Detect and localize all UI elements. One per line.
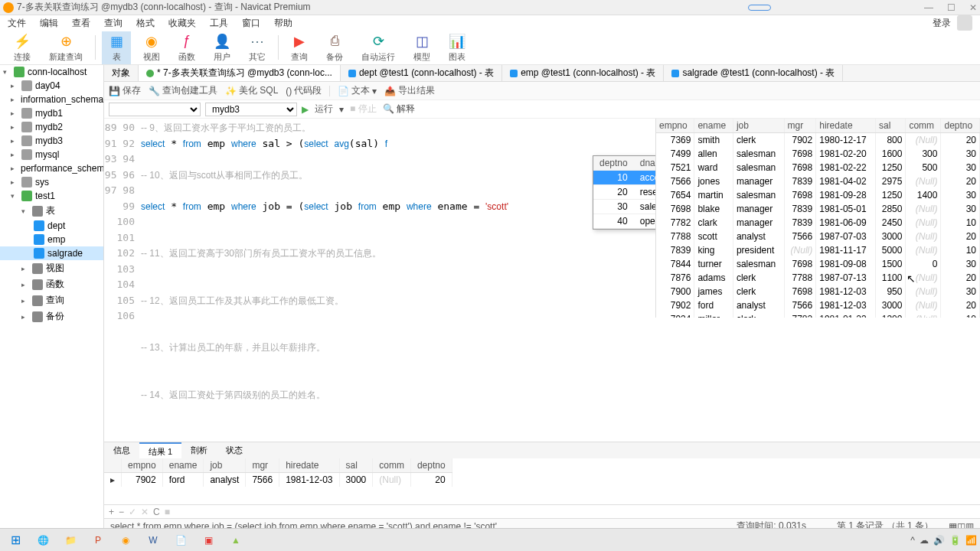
results-grid[interactable]: empnoenamejobmgrhiredatesalcommdeptno▸79… bbox=[104, 458, 980, 504]
model-button[interactable]: ◫模型 bbox=[407, 31, 436, 64]
tray-net-icon[interactable]: 📶 bbox=[965, 535, 977, 546]
tree-db-mydb3[interactable]: ▸mydb3 bbox=[0, 134, 103, 148]
tab-objects[interactable]: 对象 bbox=[104, 65, 139, 81]
chart-button[interactable]: 📊图表 bbox=[443, 31, 472, 64]
emp-row[interactable]: 7844turnersalesman76981981-09-081500030 bbox=[656, 257, 980, 271]
fn-button[interactable]: ƒ函数 bbox=[172, 31, 201, 64]
rtab-result[interactable]: 结果 1 bbox=[139, 442, 181, 458]
result-row[interactable]: ▸7902fordanalyst75661981-12-033000(Null)… bbox=[104, 473, 452, 487]
navicat-icon[interactable]: ◉ bbox=[113, 530, 138, 550]
export-button[interactable]: 📤 导出结果 bbox=[384, 84, 435, 97]
tray-up-icon[interactable]: ^ bbox=[910, 535, 915, 546]
emp-row[interactable]: 7782clarkmanager78391981-06-092450(Null)… bbox=[656, 216, 980, 230]
tree-table-emp[interactable]: emp bbox=[0, 233, 103, 246]
tree-folder[interactable]: ▸函数 bbox=[0, 276, 103, 292]
db-select[interactable]: mydb3 bbox=[205, 103, 297, 116]
system-tray[interactable]: ^ ☁ 🔊 🔋 📶 bbox=[910, 535, 977, 546]
tree-folder[interactable]: ▸视图 bbox=[0, 260, 103, 276]
minimize-icon[interactable]: — bbox=[924, 2, 933, 13]
tray-battery-icon[interactable]: 🔋 bbox=[949, 535, 961, 546]
emp-row[interactable]: 7876adamsclerk77881987-07-131100(Null)20 bbox=[656, 271, 980, 285]
tab-emp[interactable]: emp @test1 (conn-localhost) - 表 bbox=[502, 65, 664, 81]
add-row-icon[interactable]: + bbox=[109, 507, 114, 517]
stop-icon[interactable]: ■ bbox=[165, 507, 170, 517]
tab-salgrade[interactable]: salgrade @test1 (conn-localhost) - 表 bbox=[664, 65, 843, 81]
newquery-button[interactable]: ⊕新建查询 bbox=[43, 31, 89, 64]
rtab-analyze[interactable]: 剖析 bbox=[181, 442, 217, 458]
emp-row[interactable]: 7499allensalesman76981981-02-20160030030 bbox=[656, 147, 980, 161]
menu-help[interactable]: 帮助 bbox=[274, 17, 292, 30]
view-button[interactable]: ◉视图 bbox=[137, 31, 166, 64]
text-button[interactable]: 📄 文本 ▾ bbox=[338, 84, 377, 97]
user-button[interactable]: 👤用户 bbox=[207, 31, 237, 64]
menu-file[interactable]: 文件 bbox=[8, 17, 26, 30]
login-link[interactable]: 登录 bbox=[933, 17, 951, 30]
tree-db-performance_schema[interactable]: ▸performance_schema bbox=[0, 161, 103, 175]
menu-format[interactable]: 格式 bbox=[136, 17, 155, 30]
tree-db-mydb1[interactable]: ▸mydb1 bbox=[0, 106, 103, 120]
avatar-icon[interactable] bbox=[957, 15, 972, 31]
save-button[interactable]: 💾 保存 bbox=[109, 84, 141, 97]
emp-row[interactable]: 7900jamesclerk76981981-12-03950(Null)30 bbox=[656, 285, 980, 298]
word-icon[interactable]: W bbox=[141, 530, 165, 550]
explain-button[interactable]: 🔍 解释 bbox=[383, 103, 415, 116]
sql-editor[interactable]: 89 90 91 92 93 94 95 96 97 98 99 100 101… bbox=[104, 119, 980, 442]
tree-db-sys[interactable]: ▸sys bbox=[0, 175, 103, 189]
close-icon[interactable]: ✕ bbox=[969, 2, 977, 13]
rtab-info[interactable]: 信息 bbox=[104, 442, 139, 458]
app5-icon[interactable]: 📄 bbox=[168, 530, 193, 550]
menu-edit[interactable]: 编辑 bbox=[40, 17, 58, 30]
app6-icon[interactable]: ▣ bbox=[196, 530, 220, 550]
del-row-icon[interactable]: − bbox=[119, 507, 124, 517]
emp-row[interactable]: 7788scottanalyst75661987-07-033000(Null)… bbox=[656, 230, 980, 243]
menu-window[interactable]: 窗口 bbox=[242, 17, 260, 30]
tree-folder[interactable]: ▸查询 bbox=[0, 292, 103, 308]
tree-db-mysql[interactable]: ▸mysql bbox=[0, 148, 103, 161]
refresh-icon[interactable]: C bbox=[153, 507, 160, 517]
query-button[interactable]: ▶查询 bbox=[285, 31, 314, 64]
explorer-icon[interactable]: 📁 bbox=[58, 530, 83, 550]
run-button[interactable]: 运行 bbox=[315, 103, 333, 116]
x-icon[interactable]: ✕ bbox=[141, 507, 149, 517]
maximize-icon[interactable]: ☐ bbox=[947, 2, 956, 13]
snippet-button[interactable]: () 代码段 bbox=[286, 84, 322, 97]
tree-db-mydb2[interactable]: ▸mydb2 bbox=[0, 120, 103, 134]
emp-row[interactable]: 7902fordanalyst75661981-12-033000(Null)2… bbox=[656, 298, 980, 312]
tray-sound-icon[interactable]: 🔊 bbox=[933, 535, 945, 546]
chrome-icon[interactable]: 🌐 bbox=[31, 530, 55, 550]
menu-favorites[interactable]: 收藏夹 bbox=[168, 17, 196, 30]
tab-dept[interactable]: dept @test1 (conn-localhost) - 表 bbox=[341, 65, 502, 81]
emp-row[interactable]: 7654martinsalesman76981981-09-2812501400… bbox=[656, 188, 980, 202]
menu-view[interactable]: 查看 bbox=[72, 17, 90, 30]
tree-table-salgrade[interactable]: salgrade bbox=[0, 246, 103, 260]
emp-row[interactable]: 7566jonesmanager78391981-04-022975(Null)… bbox=[656, 174, 980, 188]
menu-query[interactable]: 查询 bbox=[104, 17, 122, 30]
other-button[interactable]: ⋯其它 bbox=[243, 31, 272, 64]
qtool-button[interactable]: 🔧 查询创建工具 bbox=[149, 84, 217, 97]
emp-row[interactable]: 7839kingpresident(Null)1981-11-175000(Nu… bbox=[656, 243, 980, 257]
tree-db-information_schema[interactable]: ▸information_schema bbox=[0, 93, 103, 106]
autorun-button[interactable]: ⟳自动运行 bbox=[355, 31, 401, 64]
powerpoint-icon[interactable]: P bbox=[86, 530, 110, 550]
emp-row[interactable]: 7369smithclerk79021980-12-17800(Null)20 bbox=[656, 133, 980, 148]
tree-table-dept[interactable]: dept bbox=[0, 219, 103, 233]
tree-db-day04[interactable]: ▸day04 bbox=[0, 79, 103, 93]
check-icon[interactable]: ✓ bbox=[129, 507, 136, 517]
conn-select[interactable] bbox=[109, 103, 201, 116]
rtab-status[interactable]: 状态 bbox=[217, 442, 252, 458]
beautify-button[interactable]: ✨ 美化 SQL bbox=[225, 84, 278, 97]
tree-conn[interactable]: ▾conn-localhost bbox=[0, 65, 103, 79]
tray-cloud-icon[interactable]: ☁ bbox=[920, 535, 929, 546]
emp-row[interactable]: 7698blakemanager78391981-05-012850(Null)… bbox=[656, 202, 980, 216]
app7-icon[interactable]: ▲ bbox=[224, 530, 248, 550]
tree-tables-folder[interactable]: ▾表 bbox=[0, 203, 103, 219]
tree-test1[interactable]: ▾test1 bbox=[0, 189, 103, 203]
table-button[interactable]: ▦表 bbox=[102, 31, 131, 64]
start-icon[interactable]: ⊞ bbox=[3, 530, 28, 550]
emp-row[interactable]: 7934millerclerk77821981-01-231300(Null)1… bbox=[656, 312, 980, 318]
backup-button[interactable]: ⎙备份 bbox=[320, 31, 349, 64]
emp-row[interactable]: 7521wardsalesman76981981-02-22125050030 bbox=[656, 161, 980, 174]
tree-folder[interactable]: ▸备份 bbox=[0, 308, 103, 324]
menu-tools[interactable]: 工具 bbox=[210, 17, 228, 30]
connect-button[interactable]: ⚡连接 bbox=[8, 31, 37, 64]
